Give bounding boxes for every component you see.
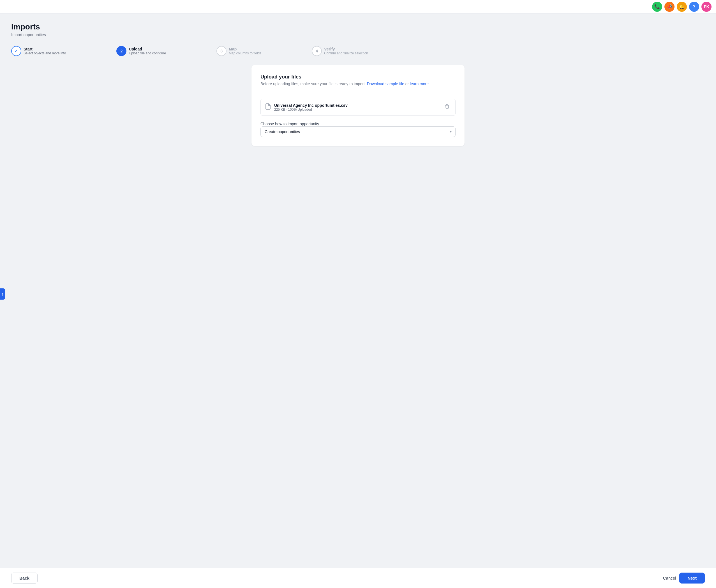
footer-right: Cancel Next [663, 572, 705, 584]
step-circle-start: ✓ [11, 46, 21, 56]
step-desc-verify: Confirm and finalize selection [324, 51, 368, 55]
step-verify: 4 Verify Confirm and finalize selection [312, 46, 368, 56]
phone-button[interactable]: 📞 [652, 2, 662, 12]
file-icon [265, 103, 271, 111]
step-upload: 2 Upload Upload file and configure [116, 46, 166, 56]
step-map: 3 Map Map columns to fields [217, 46, 261, 56]
step-circle-verify: 4 [312, 46, 322, 56]
main-content: Imports Import opportunities ✓ Start Sel… [0, 14, 716, 568]
import-label: Choose how to import opportunity [261, 122, 319, 126]
megaphone-button[interactable]: 📣 [664, 2, 675, 12]
card-divider [261, 93, 455, 93]
import-type-select[interactable]: Create opportunities Update opportunitie… [261, 126, 455, 137]
file-info: Universal Agency Inc opportunities.csv 2… [274, 103, 444, 111]
stepper: ✓ Start Select objects and more info 2 U… [11, 46, 705, 56]
page-title: Imports [11, 22, 705, 31]
step-label-map: Map [229, 47, 237, 51]
upload-desc-prefix: Before uploading files, make sure your f… [261, 82, 367, 86]
step-start: ✓ Start Select objects and more info [11, 46, 66, 56]
help-button[interactable]: ? [689, 2, 699, 12]
bell-button[interactable]: 🔔 [677, 2, 687, 12]
learn-more-link[interactable]: learn more [410, 82, 429, 86]
step-line-1 [66, 51, 116, 51]
top-nav: 📞 📣 🔔 ? PK [0, 0, 716, 14]
step-label-verify: Verify [324, 47, 335, 51]
cancel-button[interactable]: Cancel [663, 576, 676, 581]
step-line-2 [166, 51, 217, 51]
step-label-start: Start [23, 47, 33, 51]
file-item: Universal Agency Inc opportunities.csv 2… [261, 99, 455, 116]
footer: Back Cancel Next [0, 568, 716, 588]
upload-or-text: or [404, 82, 410, 86]
step-circle-upload: 2 [116, 46, 126, 56]
import-select-wrapper: Create opportunities Update opportunitie… [261, 126, 455, 137]
upload-card-desc: Before uploading files, make sure your f… [261, 82, 455, 86]
next-button[interactable]: Next [679, 572, 705, 584]
file-name: Universal Agency Inc opportunities.csv [274, 103, 444, 108]
page-subtitle: Import opportunities [11, 33, 705, 37]
upload-card: Upload your files Before uploading files… [251, 65, 465, 146]
step-desc-map: Map columns to fields [229, 51, 261, 55]
step-label-upload: Upload [129, 47, 142, 51]
step-line-3 [261, 51, 312, 51]
back-button[interactable]: Back [11, 572, 38, 584]
sidebar-toggle-icon: ❮ [1, 293, 4, 296]
download-sample-link[interactable]: Download sample file [367, 82, 404, 86]
step-desc-upload: Upload file and configure [129, 51, 166, 55]
footer-left: Back [11, 572, 38, 584]
file-delete-button[interactable] [444, 103, 451, 111]
sidebar-toggle[interactable]: ❮ [0, 288, 5, 300]
upload-desc-suffix: . [429, 82, 430, 86]
upload-card-title: Upload your files [261, 74, 455, 80]
step-desc-start: Select objects and more info [23, 51, 66, 55]
avatar-button[interactable]: PK [701, 2, 712, 12]
step-circle-map: 3 [217, 46, 226, 56]
file-meta: 225 KB · 100% Uploaded [274, 108, 444, 111]
